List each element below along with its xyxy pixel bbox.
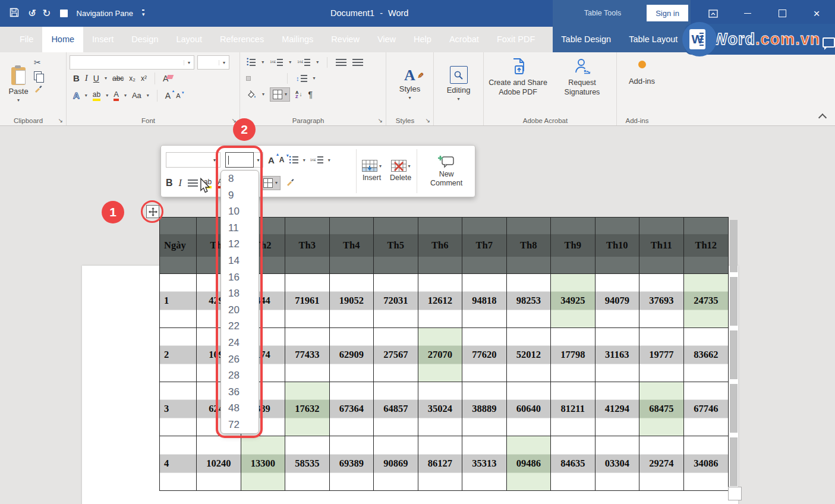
table-header-cell[interactable]: Th10: [595, 218, 640, 274]
table-cell[interactable]: 10240: [197, 436, 241, 490]
table-cell[interactable]: 38889: [462, 382, 507, 436]
font-size-option[interactable]: 18: [221, 285, 259, 302]
align-left-button[interactable]: [247, 77, 250, 80]
subscript-button[interactable]: x₂: [129, 74, 136, 83]
collapse-ribbon-icon[interactable]: [818, 114, 827, 122]
maximize-button[interactable]: [765, 0, 799, 27]
table-cell[interactable]: 19777: [639, 328, 684, 382]
bullets-button[interactable]: [247, 58, 256, 67]
new-comment-button[interactable]: New Comment: [418, 146, 474, 197]
font-size-option[interactable]: 16: [221, 269, 259, 286]
table-cell[interactable]: 71961: [285, 274, 330, 328]
table-cell[interactable]: 03304: [595, 436, 640, 490]
table-cell[interactable]: 1: [160, 274, 197, 328]
table-cell[interactable]: 68475: [639, 382, 684, 436]
text-effects-button[interactable]: A: [73, 90, 80, 100]
create-share-pdf-button[interactable]: Create and Share Adobe PDF: [488, 54, 549, 115]
table-header-cell[interactable]: Ngày: [160, 218, 197, 274]
line-spacing-chevron-icon[interactable]: ▾: [313, 75, 316, 81]
line-spacing-button[interactable]: ↕: [296, 75, 307, 82]
tab-review[interactable]: Review: [322, 27, 368, 52]
tab-layout[interactable]: Layout: [167, 27, 211, 52]
search-icon[interactable]: [450, 66, 468, 84]
table-header-cell[interactable]: Th8: [507, 218, 552, 274]
sort-button[interactable]: AZ ↓: [295, 90, 302, 99]
tab-design[interactable]: Design: [122, 27, 167, 52]
table-cell[interactable]: 86127: [418, 436, 463, 490]
table-cell[interactable]: 84635: [551, 436, 595, 490]
borders-button[interactable]: ▾: [270, 88, 289, 101]
undo-chevron-icon[interactable]: ▾: [31, 11, 33, 16]
tab-view[interactable]: View: [368, 27, 405, 52]
mini-font-size-chevron-icon[interactable]: ▾: [254, 152, 263, 168]
table-cell[interactable]: 27070: [418, 328, 463, 382]
tab-foxit-pdf[interactable]: Foxit PDF: [488, 27, 544, 52]
font-size-option[interactable]: 22: [221, 318, 259, 335]
tab-insert[interactable]: Insert: [83, 27, 122, 52]
insert-chevron-icon[interactable]: ▾: [379, 163, 382, 169]
close-button[interactable]: ×: [799, 0, 834, 27]
increase-indent-button[interactable]: [352, 59, 363, 66]
mini-borders-button[interactable]: ▾: [261, 177, 280, 190]
font-size-option[interactable]: 14: [221, 253, 259, 269]
styles-icon[interactable]: A: [404, 68, 415, 83]
tab-table-layout[interactable]: Table Layout: [620, 27, 686, 52]
table-cell[interactable]: 35313: [462, 436, 507, 490]
text-effects-chevron-icon[interactable]: ▾: [85, 93, 87, 98]
shading-chevron-icon[interactable]: ▾: [262, 92, 264, 97]
insert-button[interactable]: ▾ Insert: [358, 146, 386, 197]
cut-icon[interactable]: ✂: [34, 58, 42, 67]
table-cell[interactable]: 34925: [551, 274, 595, 328]
delete-button[interactable]: ▾ Delete: [386, 146, 415, 197]
table-cell[interactable]: 69389: [330, 436, 374, 490]
bullets-chevron-icon[interactable]: ▾: [261, 59, 264, 65]
clear-formatting-button[interactable]: A: [163, 74, 168, 83]
mini-numbering-chevron-icon[interactable]: ▾: [328, 158, 330, 163]
font-size-option[interactable]: 9: [221, 187, 259, 204]
decrease-indent-button[interactable]: [336, 59, 346, 66]
mini-numbering-button[interactable]: [310, 156, 323, 163]
editing-button[interactable]: Editing▾: [447, 86, 471, 103]
styles-button[interactable]: Styles▾: [399, 84, 420, 102]
mini-bullets-chevron-icon[interactable]: ▾: [303, 158, 305, 163]
superscript-button[interactable]: x²: [141, 74, 147, 83]
table-header-cell[interactable]: Th9: [551, 218, 595, 274]
tab-home[interactable]: Home: [42, 27, 83, 52]
paste-button[interactable]: Paste ▾: [3, 54, 34, 115]
font-size-option[interactable]: 28: [221, 367, 259, 384]
mini-highlight-button[interactable]: ab: [204, 178, 212, 188]
clipboard-dialog-launcher[interactable]: ↘: [58, 117, 63, 124]
table-cell[interactable]: 17632: [285, 382, 330, 436]
highlight-color-button[interactable]: ab: [93, 90, 100, 101]
table-cell[interactable]: 29274: [639, 436, 684, 490]
table-cell[interactable]: 24735: [684, 274, 729, 328]
table-cell[interactable]: 58535: [285, 436, 330, 490]
font-name-combo[interactable]: ▾: [70, 55, 194, 70]
table-cell[interactable]: 83662: [684, 328, 729, 382]
navigation-pane-checkbox[interactable]: [60, 10, 68, 17]
table-move-handle[interactable]: [146, 205, 159, 218]
sign-in-button[interactable]: Sign in: [647, 5, 688, 21]
change-case-button[interactable]: Aa: [132, 91, 141, 100]
tab-help[interactable]: Help: [405, 27, 440, 52]
table-cell[interactable]: 41294: [595, 382, 640, 436]
mini-format-painter-icon[interactable]: [286, 178, 294, 188]
tab-mailings[interactable]: Mailings: [273, 27, 322, 52]
font-size-option[interactable]: 11: [221, 220, 259, 237]
delete-chevron-icon[interactable]: ▾: [408, 163, 411, 169]
table-cell[interactable]: 19052: [330, 274, 374, 328]
table-cell[interactable]: 90869: [374, 436, 418, 490]
table-cell[interactable]: 2: [160, 328, 197, 382]
minimize-button[interactable]: [730, 0, 765, 27]
justify-button[interactable]: [275, 77, 279, 80]
underline-chevron-icon[interactable]: ▾: [105, 75, 107, 81]
table-cell[interactable]: 67746: [684, 382, 729, 436]
table-cell[interactable]: 67364: [330, 382, 374, 436]
bold-button[interactable]: B: [73, 73, 80, 83]
add-ins-button[interactable]: Add-ins: [629, 77, 655, 86]
borders-chevron-icon[interactable]: ▾: [285, 92, 287, 97]
table-cell[interactable]: 17798: [551, 328, 595, 382]
font-size-option[interactable]: 12: [221, 236, 259, 253]
add-ins-icon[interactable]: [638, 61, 646, 68]
highlight-chevron-icon[interactable]: ▾: [106, 93, 108, 98]
